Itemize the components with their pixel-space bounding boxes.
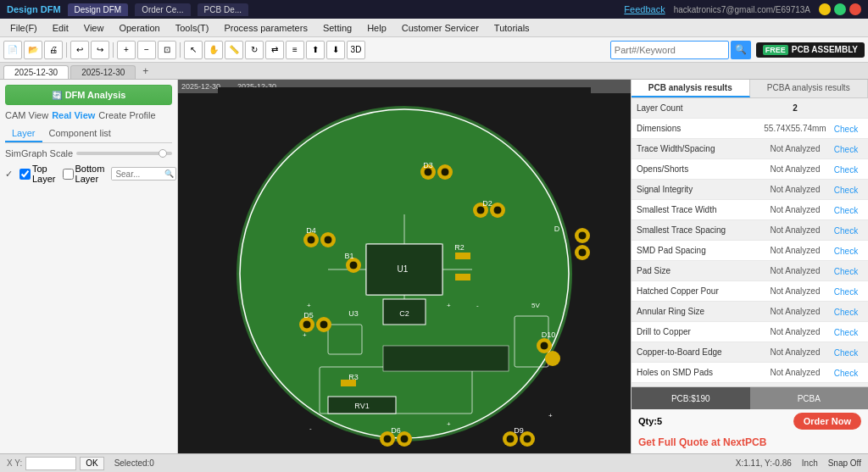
check-link-holes-smd[interactable]: Check [834,369,858,378]
search-button[interactable]: 🔍 [731,41,751,59]
tb-download[interactable]: ⬇ [326,41,345,59]
title-tab-dfm[interactable]: Design DFM [68,3,129,16]
menu-file[interactable]: File(F) [3,21,44,35]
check-link-dimensions[interactable]: Check [834,125,858,134]
row-check-dimensions[interactable]: Check [829,124,863,134]
maximize-button[interactable] [834,3,846,15]
sidebar-search-input[interactable] [112,169,163,180]
tab-add-button[interactable]: + [137,64,153,79]
sidebar-search-icon[interactable]: 🔍 [163,168,175,180]
title-tab-order[interactable]: Order Ce... [135,3,190,16]
row-check-pad-size[interactable]: Check [829,266,863,276]
tb-undo[interactable]: ↩ [70,41,89,59]
svg-point-61 [523,435,531,443]
tb-fit[interactable]: ⊡ [158,41,176,59]
close-button[interactable] [849,3,861,15]
menu-tutorials[interactable]: Tutorials [487,21,537,35]
search-input[interactable] [610,41,729,59]
real-view-link[interactable]: Real View [52,110,95,120]
tb-flip[interactable]: ⇄ [265,41,284,59]
svg-text:+: + [303,331,307,339]
simgraph-slider[interactable] [76,152,172,155]
check-link-trace-spacing[interactable]: Check [834,226,858,236]
check-link-drill-copper[interactable]: Check [834,328,858,337]
tb-zoom-out[interactable]: − [137,41,156,59]
create-profile-link[interactable]: Create Profile [98,110,155,120]
check-link-pad-size[interactable]: Check [834,267,858,276]
tb-print[interactable]: 🖨 [44,41,63,59]
check-link-smallest-trace-width[interactable]: Check [834,206,858,215]
row-value-copper-board: Not Analyzed [761,347,829,357]
row-check-copper-board[interactable]: Check [829,347,863,358]
row-value-holes-smd: Not Analyzed [761,368,829,377]
row-value-hatched-copper: Not Analyzed [761,286,829,296]
panel-tab-pcb[interactable]: PCB analysis results [632,80,750,97]
check-link-trace-width[interactable]: Check [834,145,858,154]
svg-text:D5: D5 [303,311,314,319]
xy-input[interactable] [25,457,76,470]
tb-select[interactable]: ↖ [184,41,203,59]
tb-new[interactable]: 📄 [3,41,22,59]
order-button[interactable]: Order Now [793,413,861,430]
tab-file-1[interactable]: 2025-12-30 [3,65,69,79]
simgraph-row: SimGraph Scale [5,148,172,158]
row-check-holes-smd[interactable]: Check [829,368,863,378]
tb-redo[interactable]: ↪ [91,41,109,59]
pcb-canvas[interactable]: U1 C2 RV1 [178,93,631,453]
row-check-trace-width[interactable]: Check [829,144,863,154]
menu-edit[interactable]: Edit [46,21,75,35]
table-row: Smallest Trace Spacing Not Analyzed Chec… [632,220,868,241]
panel-tab-pcba[interactable]: PCBA analysis results [750,80,869,97]
row-check-hatched-copper[interactable]: Check [829,286,863,297]
tb-pan[interactable]: ✋ [204,41,223,59]
menu-help[interactable]: Help [360,21,393,35]
menu-operation[interactable]: Operation [112,21,166,35]
menu-setting[interactable]: Setting [316,21,359,35]
tb-upload[interactable]: ⬆ [306,41,325,59]
table-row: Trace Width/Spacing Not Analyzed Check [632,139,868,159]
menu-view[interactable]: View [77,21,111,35]
row-check-annular-ring[interactable]: Check [829,307,863,317]
menu-process[interactable]: Process parameters [217,21,314,35]
tb-layer[interactable]: ≡ [286,41,304,59]
tb-open[interactable]: 📂 [24,41,42,59]
pcba-button[interactable]: PCBA [750,387,869,409]
check-link-signal[interactable]: Check [834,186,858,195]
row-check-smallest-trace-width[interactable]: Check [829,205,863,215]
row-check-smd-pad[interactable]: Check [829,246,863,256]
tb-measure[interactable]: 📏 [225,41,243,59]
check-link-copper-board[interactable]: Check [834,348,858,358]
row-check-drill-copper[interactable]: Check [829,327,863,337]
check-link-smd-pad[interactable]: Check [834,247,858,256]
feedback-link[interactable]: Feedback [624,4,665,14]
tab-file-2[interactable]: 2025-12-30 [70,65,136,79]
svg-text:RV1: RV1 [354,402,369,410]
row-check-signal[interactable]: Check [829,185,863,195]
svg-text:U1: U1 [398,264,409,274]
top-layer-checkbox[interactable] [19,169,31,180]
row-check-opens[interactable]: Check [829,164,863,175]
row-check-trace-spacing[interactable]: Check [829,225,863,236]
dfm-analysis-button[interactable]: 🔄 DFM Analysis [5,85,172,105]
tb-zoom-in[interactable]: + [117,41,136,59]
pcb-assembly-button[interactable]: FREE PCB ASSEMBLY [756,42,865,58]
selected-label: Selected:0 [114,458,154,468]
check-link-annular-ring[interactable]: Check [834,308,858,317]
check-link-opens[interactable]: Check [834,165,858,175]
layer-tab-component[interactable]: Component list [42,125,118,142]
ok-button[interactable]: OK [80,457,103,470]
pcb-price-button[interactable]: PCB:$190 [632,387,750,409]
minimize-button[interactable] [819,3,831,15]
row-name-drill-copper: Drill to Copper [637,327,761,336]
tb-rotate[interactable]: ↻ [245,41,264,59]
canvas-area: 2025-12-30 2025-12-30 [178,80,631,453]
layer-tab-layer[interactable]: Layer [5,125,42,142]
title-tab-pcb[interactable]: PCB De... [198,3,248,16]
tb-3d[interactable]: 3D [347,41,365,59]
row-value-pad-size: Not Analyzed [761,266,829,275]
menu-customer[interactable]: Customer Servicer [395,21,486,35]
menu-tools[interactable]: Tools(T) [169,21,216,35]
check-link-hatched-copper[interactable]: Check [834,287,858,297]
bottom-layer-checkbox[interactable] [63,169,74,180]
status-right: X:1.11, Y:-0.86 Inch Snap Off [736,458,861,468]
